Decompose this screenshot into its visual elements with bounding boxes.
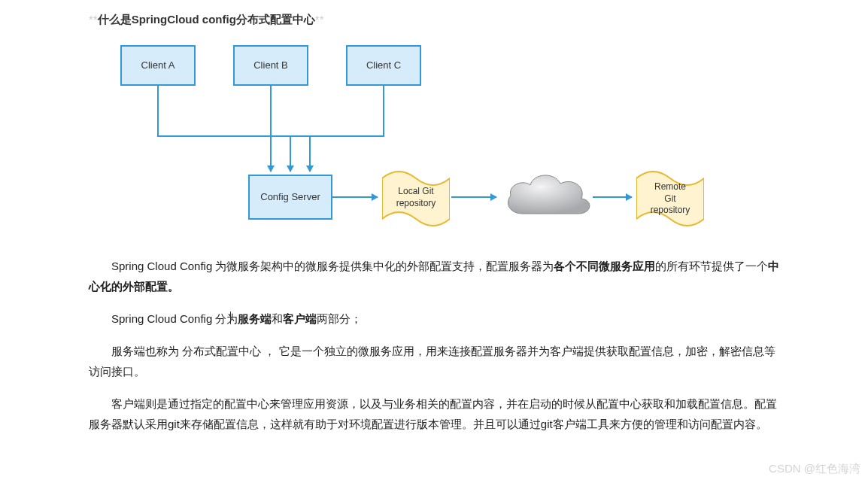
watermark: CSDN @红色海湾 xyxy=(769,458,860,478)
article-body: Spring Cloud Config 为微服务架构中的微服务提供集中化的外部配… xyxy=(89,256,781,446)
page-title: **什么是SpringCloud config分布式配置中心** xyxy=(89,9,324,29)
title-stars-left: ** xyxy=(89,13,98,26)
title-stars-right: ** xyxy=(315,13,324,26)
p2-c: 和 xyxy=(272,312,283,325)
p1-b: 各个不同微服务应用 xyxy=(554,260,655,272)
p1-a: Spring Cloud Config 为微服务架构中的微服务提供集中化的外部配… xyxy=(111,260,554,272)
p2-b: 服务端 xyxy=(238,312,272,325)
remote-git-label: Remote Git repository xyxy=(636,181,704,217)
line-client-c-down xyxy=(383,86,384,135)
arrow-to-local-git xyxy=(332,196,378,198)
client-c-label: Client C xyxy=(366,56,401,74)
client-c-box: Client C xyxy=(346,45,421,86)
client-b-label: Client B xyxy=(253,56,288,74)
text-cursor-icon xyxy=(230,311,231,324)
p2-d: 客户端 xyxy=(283,312,317,325)
cloud-icon xyxy=(500,167,598,227)
arrow-into-server-3 xyxy=(309,135,311,172)
client-a-label: Client A xyxy=(141,56,175,74)
paragraph-1: Spring Cloud Config 为微服务架构中的微服务提供集中化的外部配… xyxy=(89,256,781,296)
local-git-repo: Local Git repository xyxy=(382,169,450,228)
p2-e: 两部分； xyxy=(317,312,362,325)
p1-c: 的所有环节提供了一个 xyxy=(655,260,768,272)
p2-a: Spring Cloud Config 分为 xyxy=(111,312,238,325)
remote-git-repo: Remote Git repository xyxy=(636,169,704,228)
paragraph-4: 客户端则是通过指定的配置中心来管理应用资源，以及与业务相关的配置内容，并在启动的… xyxy=(89,393,781,434)
paragraph-2: Spring Cloud Config 分为服务端和客户端两部分； xyxy=(89,308,781,329)
title-text: 什么是SpringCloud config分布式配置中心 xyxy=(98,13,315,26)
local-git-label: Local Git repository xyxy=(382,186,450,209)
client-b-box: Client B xyxy=(233,45,308,86)
architecture-diagram: Client A Client B Client C Config Server… xyxy=(105,38,722,248)
line-client-b-down xyxy=(270,86,272,135)
arrow-into-server-1 xyxy=(270,135,272,172)
arrow-to-remote-git xyxy=(593,196,632,198)
paragraph-3: 服务端也称为 分布式配置中心 ， 它是一个独立的微服务应用，用来连接配置服务器并… xyxy=(89,341,781,381)
config-server-label: Config Server xyxy=(260,188,320,205)
arrow-to-cloud xyxy=(451,196,496,198)
arrow-into-server-2 xyxy=(290,135,291,172)
line-client-a-down xyxy=(157,86,159,135)
client-a-box: Client A xyxy=(120,45,196,86)
config-server-box: Config Server xyxy=(248,175,332,220)
